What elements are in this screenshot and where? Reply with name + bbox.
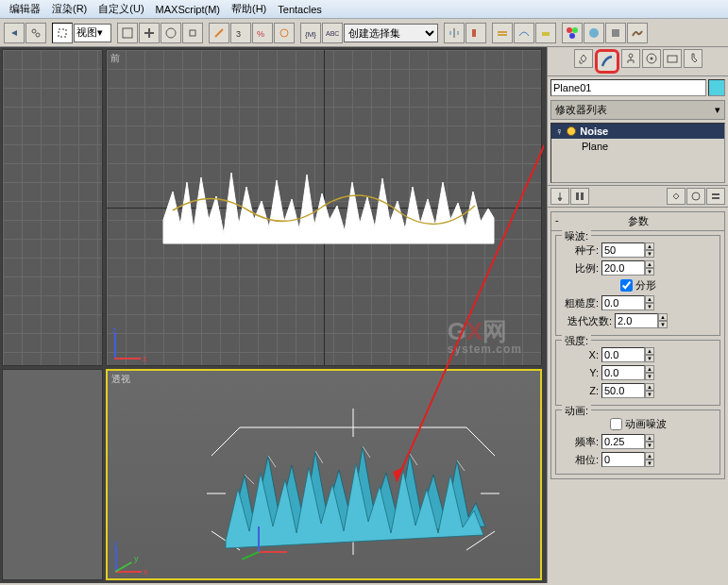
parameters-rollout-header[interactable]: -参数 [551,212,724,231]
configure-button[interactable] [706,188,725,205]
modify-tab[interactable] [595,49,619,74]
svg-point-18 [589,28,599,38]
fractal-checkbox[interactable] [620,279,633,292]
scale-spin-up[interactable]: ▲ [645,260,654,268]
viewport-perspective[interactable]: 透视 [106,369,542,580]
menu-editor[interactable]: 编辑器 [4,2,46,16]
seed-label: 种子: [560,243,601,258]
pin-stack-button[interactable] [550,188,569,205]
svg-rect-11 [472,29,476,37]
material-editor-button[interactable] [562,23,583,43]
schematic-button[interactable] [535,23,556,43]
menu-maxscript[interactable]: MAXScript(M) [150,4,226,15]
curve-editor-button[interactable] [514,23,534,43]
selection-set-dropdown[interactable]: 创建选择集 [344,24,438,42]
remove-modifier-button[interactable] [686,188,705,205]
animation-group: 动画: 动画噪波 频率: ▲▼ 相位: ▲▼ [555,410,720,475]
svg-point-16 [572,27,578,33]
link-button[interactable] [25,23,46,43]
select-rotate-button[interactable] [161,23,181,43]
freq-spin-up[interactable]: ▲ [645,434,654,442]
svg-point-15 [567,27,572,33]
svg-rect-12 [498,31,507,33]
iterations-spin-up[interactable]: ▲ [658,313,668,321]
snap-angle-button[interactable] [209,23,229,43]
render-setup-button[interactable] [584,23,604,43]
mirror-button[interactable] [444,23,465,43]
frequency-input[interactable] [601,434,645,449]
menu-render[interactable]: 渲染(R) [46,2,93,16]
object-name-field[interactable] [550,79,706,96]
layers-button[interactable] [492,23,513,43]
modifier-plane[interactable]: Plane [551,139,724,154]
x-spin-down[interactable]: ▼ [645,355,654,362]
object-color-swatch[interactable] [708,79,725,96]
strength-x-label: X: [560,349,601,360]
seed-spin-down[interactable]: ▼ [645,250,654,258]
strength-x-input[interactable] [601,347,645,362]
y-spin-down[interactable]: ▼ [645,373,654,380]
select-move-button[interactable] [139,23,160,43]
seed-input[interactable] [601,242,645,258]
z-spin-down[interactable]: ▼ [645,391,654,398]
render-frame-button[interactable] [605,23,626,43]
make-unique-button[interactable] [667,188,686,205]
modifier-noise[interactable]: ♀Noise [551,124,724,139]
viewport-front[interactable]: 前 xz GX网 system.com [106,49,542,366]
utilities-tab[interactable] [684,49,703,68]
svg-rect-25 [576,192,579,200]
menu-help[interactable]: 帮助(H) [226,2,272,16]
svg-point-27 [692,192,700,200]
iterations-input[interactable] [615,313,658,328]
view-dropdown[interactable]: 视图▾ [74,24,111,42]
roughness-spin-up[interactable]: ▲ [645,295,654,303]
x-spin-up[interactable]: ▲ [645,347,654,355]
roughness-input[interactable] [601,295,645,310]
strength-y-label: Y: [560,367,601,378]
display-tab[interactable] [663,49,682,68]
phase-spin-down[interactable]: ▼ [645,460,654,467]
y-spin-up[interactable]: ▲ [645,365,654,373]
animate-noise-label: 动画噪波 [625,417,667,431]
strength-group: 强度: X: ▲▼ Y: ▲▼ Z: ▲▼ [555,340,720,406]
snap-3-button[interactable]: 3 [230,23,251,43]
abc-button[interactable]: ABC [322,23,343,43]
freq-spin-down[interactable]: ▼ [645,442,654,449]
select-button[interactable] [52,23,73,43]
svg-point-1 [36,33,40,37]
named-sets-button[interactable]: {M} [300,23,321,43]
show-end-result-button[interactable] [570,188,589,205]
viewport-bottom-left[interactable] [2,369,103,580]
snap-percent-button[interactable]: % [252,23,273,43]
roughness-spin-down[interactable]: ▼ [645,303,654,310]
scale-input[interactable] [601,260,645,276]
hierarchy-tab[interactable] [621,49,640,68]
create-tab[interactable] [574,49,593,68]
command-panel-tabs [548,47,728,76]
iterations-spin-down[interactable]: ▼ [658,321,668,328]
undo-button[interactable] [4,23,25,43]
align-button[interactable] [466,23,486,43]
phase-label: 相位: [560,453,601,467]
scale-spin-down[interactable]: ▼ [645,268,654,276]
modifier-stack[interactable]: ♀Noise Plane [550,123,725,183]
modifier-list-dropdown[interactable]: 修改器列表 ▾ [550,100,725,120]
svg-point-0 [32,29,36,33]
select-scale-button[interactable] [182,23,203,43]
z-spin-up[interactable]: ▲ [645,383,654,391]
spinner-snap-button[interactable] [274,23,295,43]
phase-input[interactable] [601,452,645,467]
seed-spin-up[interactable]: ▲ [645,242,654,250]
strength-z-input[interactable] [601,383,645,398]
motion-tab[interactable] [642,49,661,68]
window-crossing-button[interactable] [117,23,138,43]
menu-customize[interactable]: 自定义(U) [93,2,149,16]
viewport-top-left[interactable] [2,49,103,366]
strength-y-input[interactable] [601,365,645,380]
animate-noise-checkbox[interactable] [610,418,622,430]
svg-point-8 [280,29,288,37]
svg-rect-2 [59,29,66,37]
menu-tentacles[interactable]: Tentacles [272,4,327,15]
quick-render-button[interactable] [627,23,648,43]
phase-spin-up[interactable]: ▲ [645,452,654,460]
